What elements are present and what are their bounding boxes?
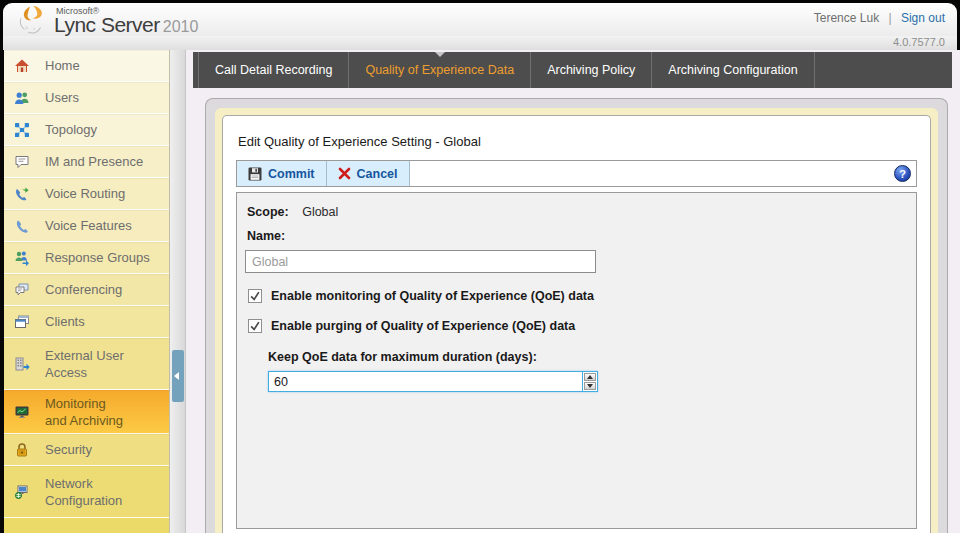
- tab-bar-tail: [815, 52, 952, 88]
- users-icon: [14, 90, 30, 106]
- name-label: Name:: [247, 229, 906, 243]
- spin-up-button[interactable]: [584, 373, 596, 381]
- body: Home Users Topology: [0, 50, 960, 533]
- product-year: 2010: [163, 18, 199, 36]
- enable-purging-checkbox[interactable]: [248, 319, 262, 333]
- sidebar-item-label: Voice Features: [45, 217, 132, 234]
- main-panel: Edit Quality of Experience Setting - Glo…: [205, 98, 948, 533]
- sidebar-item-label: Conferencing: [45, 281, 122, 298]
- help-glyph: ?: [899, 168, 906, 180]
- sidebar-item-security[interactable]: Security: [4, 434, 169, 466]
- scope-row: Scope: Global: [247, 205, 906, 219]
- sidebar-item-label: and Archiving: [45, 412, 123, 429]
- monitoring-icon: [14, 404, 30, 420]
- user-name: Terence Luk: [814, 11, 879, 25]
- enable-purging-row: Enable purging of Quality of Experience …: [248, 319, 906, 333]
- panel-yellow-border: Edit Quality of Experience Setting - Glo…: [215, 108, 938, 533]
- check-icon: [249, 290, 261, 302]
- cancel-button-label: Cancel: [357, 167, 398, 181]
- duration-input[interactable]: [269, 372, 582, 391]
- sidebar-item-monitoring-and-archiving[interactable]: Monitoring and Archiving: [4, 390, 169, 434]
- sidebar-item-label: Network: [45, 475, 122, 492]
- active-tab-caret-icon: [435, 52, 445, 57]
- duration-label: Keep QoE data for maximum duration (days…: [268, 350, 906, 364]
- sidebar-item-label: Response Groups: [45, 249, 150, 266]
- home-icon: [14, 58, 30, 74]
- check-icon: [249, 320, 261, 332]
- sidebar-item-label: Users: [45, 89, 79, 106]
- sidebar-item-label: Clients: [45, 313, 85, 330]
- response-groups-icon: [14, 250, 30, 266]
- sidebar: Home Users Topology: [4, 50, 170, 533]
- sidebar-item-label: Monitoring: [45, 395, 123, 412]
- version-strip: 4.0.7577.0: [3, 36, 957, 50]
- sidebar-item-label: IM and Presence: [45, 153, 143, 170]
- sidebar-item-voice-routing[interactable]: Voice Routing: [4, 178, 169, 210]
- toolbar: Commit Cancel ?: [236, 160, 917, 187]
- security-lock-icon: [14, 442, 30, 458]
- logo: Microsoft® Lync Server 2010: [15, 3, 198, 36]
- sidebar-item-im-and-presence[interactable]: IM and Presence: [4, 146, 169, 178]
- sidebar-collapse-handle[interactable]: [172, 350, 184, 402]
- tab-label: Call Detail Recording: [215, 63, 332, 77]
- sidebar-item-response-groups[interactable]: Response Groups: [4, 242, 169, 274]
- tab-call-detail-recording[interactable]: Call Detail Recording: [199, 52, 349, 88]
- product-name: Lync Server: [54, 13, 160, 37]
- red-x-icon: [338, 167, 351, 180]
- tab-quality-of-experience-data[interactable]: Quality of Experience Data: [349, 52, 531, 88]
- tab-label: Archiving Configuration: [668, 63, 797, 77]
- sidebar-item-label: Configuration: [45, 492, 122, 509]
- save-icon: [248, 167, 262, 181]
- sidebar-item-conferencing[interactable]: Conferencing: [4, 274, 169, 306]
- triangle-down-icon: [587, 384, 593, 388]
- sidebar-item-topology[interactable]: Topology: [4, 114, 169, 146]
- sidebar-item-label: Topology: [45, 121, 97, 138]
- sidebar-item-label: Home: [45, 57, 80, 74]
- tab-archiving-policy[interactable]: Archiving Policy: [531, 52, 652, 88]
- enable-purging-label: Enable purging of Quality of Experience …: [271, 319, 575, 333]
- content-area: Call Detail Recording Quality of Experie…: [186, 50, 960, 533]
- name-input[interactable]: [245, 250, 596, 273]
- network-configuration-icon: [14, 484, 30, 500]
- collapse-arrow-icon: [174, 372, 179, 380]
- enable-monitoring-checkbox[interactable]: [248, 289, 262, 303]
- header-main: Microsoft® Lync Server 2010 Terence Luk …: [3, 3, 957, 36]
- sidebar-item-home[interactable]: Home: [4, 50, 169, 82]
- user-info: Terence Luk | Sign out: [814, 3, 945, 36]
- sidebar-item-clients[interactable]: Clients: [4, 306, 169, 338]
- sidebar-item-label: Access: [45, 364, 124, 381]
- scope-value: Global: [302, 205, 338, 219]
- sidebar-item-label: Voice Routing: [45, 185, 125, 202]
- enable-monitoring-row: Enable monitoring of Quality of Experien…: [248, 289, 906, 303]
- im-and-presence-icon: [14, 154, 30, 170]
- spin-buttons: [582, 372, 597, 391]
- sidebar-item-users[interactable]: Users: [4, 82, 169, 114]
- settings-form: Scope: Global Name:: [236, 192, 917, 529]
- sidebar-item-voice-features[interactable]: Voice Features: [4, 210, 169, 242]
- spin-down-button[interactable]: [584, 382, 596, 390]
- panel-content: Edit Quality of Experience Setting - Glo…: [222, 115, 931, 533]
- header: Microsoft® Lync Server 2010 Terence Luk …: [3, 3, 957, 50]
- commit-button-label: Commit: [268, 167, 315, 181]
- enable-monitoring-label: Enable monitoring of Quality of Experien…: [271, 289, 594, 303]
- tab-label: Archiving Policy: [547, 63, 635, 77]
- toolbar-spacer: [410, 161, 894, 186]
- tab-label: Quality of Experience Data: [365, 63, 514, 77]
- sidebar-item-external-user-access[interactable]: External User Access: [4, 338, 169, 390]
- tab-archiving-configuration[interactable]: Archiving Configuration: [652, 52, 814, 88]
- user-separator: |: [888, 11, 891, 25]
- tab-bar: Call Detail Recording Quality of Experie…: [193, 52, 952, 88]
- logo-text: Microsoft® Lync Server 2010: [54, 4, 198, 37]
- page-title: Edit Quality of Experience Setting - Glo…: [238, 134, 917, 149]
- external-user-access-icon: [14, 356, 30, 372]
- sidebar-item-network-configuration[interactable]: Network Configuration: [4, 466, 169, 518]
- topology-icon: [14, 122, 30, 138]
- commit-button[interactable]: Commit: [237, 161, 327, 186]
- lync-swirl-logo-icon: [15, 3, 49, 37]
- sign-out-link[interactable]: Sign out: [901, 11, 945, 25]
- voice-features-icon: [14, 218, 30, 234]
- help-icon[interactable]: ?: [894, 165, 911, 182]
- cancel-button[interactable]: Cancel: [327, 161, 410, 186]
- clients-icon: [14, 314, 30, 330]
- triangle-up-icon: [587, 375, 593, 379]
